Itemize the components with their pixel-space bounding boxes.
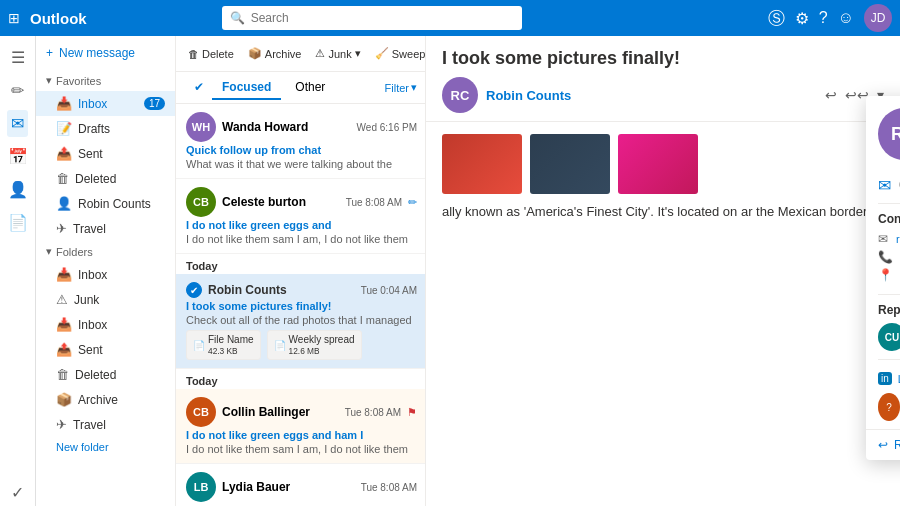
sidebar-item-inbox[interactable]: 📥 Inbox 17: [36, 91, 175, 116]
message-preview: I do not like them sam I am, I do not li…: [186, 443, 417, 455]
topbar-icons: Ⓢ ⚙ ? ☺ JD: [768, 4, 892, 32]
reports-section: Reports to › CU Callie Underwood Interna…: [866, 295, 900, 359]
sidebar-item-deleted[interactable]: 🗑 Deleted: [36, 166, 175, 191]
folders-header[interactable]: ▾ Folders: [36, 241, 175, 262]
tab-focused[interactable]: Focused: [212, 76, 281, 100]
person-icon: 👤: [56, 196, 72, 211]
message-toolbar: 🗑 Delete 📦 Archive ⚠ Junk ▾ 🧹 Sweep → Mo…: [176, 36, 425, 72]
main-content: ☰ ✏ ✉ 📅 👤 📄 ✓ + New message ▾ Favorites …: [0, 36, 900, 506]
reports-header[interactable]: Reports to ›: [878, 303, 900, 317]
message-subject: I do not like green eggs and: [186, 219, 417, 231]
attachment-item[interactable]: 📄 Weekly spread12.6 MB: [267, 330, 362, 360]
message-subject: Quick follow up from chat: [186, 144, 417, 156]
reports-to-row: CU Callie Underwood Internal Data Consul…: [878, 323, 900, 351]
message-item[interactable]: LB Lydia Bauer Tue 8:08 AM > I do not li…: [176, 464, 425, 506]
search-bar[interactable]: 🔍: [222, 6, 522, 30]
image-berries: [442, 134, 522, 194]
email-title: I took some pictures finally!: [442, 48, 884, 69]
sidebar-item-folders-junk[interactable]: ⚠ Junk: [36, 287, 175, 312]
sidebar-item-folders-archive[interactable]: 📦 Archive: [36, 387, 175, 412]
checkmark-icon[interactable]: ✓: [7, 479, 28, 506]
linkedin-icon: in: [878, 372, 892, 385]
sender-avatar-reading[interactable]: RC: [442, 77, 478, 113]
contact-email[interactable]: robincounts@contoso.com: [896, 233, 900, 245]
new-folder-link[interactable]: New folder: [36, 437, 175, 457]
reading-pane: I took some pictures finally! RC Robin C…: [426, 36, 900, 506]
delete-icon: 🗑: [188, 48, 199, 60]
reply-all-icon-card: ↩: [878, 438, 888, 452]
message-preview: What was it that we were talking about t…: [186, 158, 417, 170]
smiley-icon[interactable]: ☺: [838, 9, 854, 27]
junk-button[interactable]: ⚠ Junk ▾: [311, 45, 364, 62]
deleted-icon-2: 🗑: [56, 367, 69, 382]
compose-icon[interactable]: ✏: [7, 77, 28, 104]
message-item[interactable]: CB Collin Ballinger Tue 8:08 AM ⚑ I do n…: [176, 389, 425, 464]
contact-card-header: RC Robin Counts ★ Senior researcher Rese…: [866, 96, 900, 172]
sender-name-reading[interactable]: Robin Counts: [486, 88, 571, 103]
contact-header[interactable]: Contact ›: [878, 212, 900, 226]
sidebar: + New message ▾ Favorites 📥 Inbox 17 📝 D…: [36, 36, 176, 506]
message-time: Tue 0:04 AM: [361, 285, 417, 296]
phone-row: 📞 123-456-7890: [878, 250, 900, 264]
avatar[interactable]: JD: [864, 4, 892, 32]
sidebar-item-folders-sent[interactable]: 📤 Sent: [36, 337, 175, 362]
sender-avatar: LB: [186, 472, 216, 502]
sidebar-item-robin-counts[interactable]: 👤 Robin Counts: [36, 191, 175, 216]
message-item[interactable]: CB Celeste burton Tue 8:08 AM ✏ I do not…: [176, 179, 425, 254]
section-label-today-2: Today: [176, 369, 425, 389]
chevron-down-icon-2: ▾: [46, 245, 52, 258]
reply-all-button[interactable]: ↩ Reply all: [866, 429, 900, 460]
tab-other[interactable]: Other: [285, 76, 335, 100]
message-list: 🗑 Delete 📦 Archive ⚠ Junk ▾ 🧹 Sweep → Mo…: [176, 36, 426, 506]
sidebar-item-travel[interactable]: ✈ Travel: [36, 216, 175, 241]
inbox-icon-3: 📥: [56, 317, 72, 332]
message-time: Tue 8:08 AM: [346, 197, 402, 208]
archive-button[interactable]: 📦 Archive: [244, 45, 306, 62]
sender-name: Wanda Howard: [222, 120, 351, 134]
sweep-button[interactable]: 🧹 Sweep: [371, 45, 426, 62]
filter-button[interactable]: Filter ▾: [385, 81, 417, 94]
settings-icon[interactable]: ⚙: [795, 9, 809, 28]
reading-body: ally known as 'America's Finest City'. I…: [426, 122, 900, 506]
email-action-icon[interactable]: ✉: [878, 176, 891, 195]
sidebar-item-drafts[interactable]: 📝 Drafts: [36, 116, 175, 141]
search-input[interactable]: [251, 11, 514, 25]
attachment-item[interactable]: 📄 File Name42.3 KB: [186, 330, 261, 360]
people-icon[interactable]: 👤: [4, 176, 32, 203]
location-icon: 📍: [878, 268, 893, 282]
grid-icon[interactable]: ⊞: [8, 10, 20, 26]
new-message-button[interactable]: + New message: [36, 40, 175, 66]
inbox-icon: 📥: [56, 96, 72, 111]
sidebar-item-folders-inbox[interactable]: 📥 Inbox: [36, 262, 175, 287]
reading-header: I took some pictures finally! RC Robin C…: [426, 36, 900, 122]
reply-icon[interactable]: ↩: [825, 87, 837, 103]
sidebar-item-folders-deleted[interactable]: 🗑 Deleted: [36, 362, 175, 387]
favorites-header[interactable]: ▾ Favorites: [36, 70, 175, 91]
delete-button[interactable]: 🗑 Delete: [184, 46, 238, 62]
sidebar-item-folders-travel[interactable]: ✈ Travel: [36, 412, 175, 437]
hamburger-icon[interactable]: ☰: [7, 44, 29, 71]
file-icon-2: 📄: [274, 340, 286, 351]
email-row: ✉ robincounts@contoso.com: [878, 232, 900, 246]
left-rail: ☰ ✏ ✉ 📅 👤 📄 ✓: [0, 36, 36, 506]
help-icon[interactable]: ?: [819, 9, 828, 27]
focused-check: ✔: [184, 76, 208, 100]
edit-icon: ✏: [408, 196, 417, 209]
archive-icon-toolbar: 📦: [248, 47, 262, 60]
sender-name: Lydia Bauer: [222, 480, 355, 494]
search-icon: 🔍: [230, 11, 245, 25]
linkedin-row[interactable]: in LinkedIn profile ›: [878, 368, 900, 389]
sidebar-item-folders-inbox2[interactable]: 📥 Inbox: [36, 312, 175, 337]
message-item-selected[interactable]: ✔ Robin Counts Tue 0:04 AM I took some p…: [176, 274, 425, 369]
mail-icon[interactable]: ✉: [7, 110, 28, 137]
sidebar-item-sent[interactable]: 📤 Sent: [36, 141, 175, 166]
contact-avatar: RC: [878, 108, 900, 160]
message-time: Wed 6:16 PM: [357, 122, 417, 133]
files-icon[interactable]: 📄: [4, 209, 32, 236]
message-time: Tue 8:08 AM: [345, 407, 401, 418]
skype-icon[interactable]: Ⓢ: [768, 7, 785, 30]
message-item[interactable]: WH Wanda Howard Wed 6:16 PM Quick follow…: [176, 104, 425, 179]
section-label-today-1: Today: [176, 254, 425, 274]
plus-icon: +: [46, 46, 53, 60]
calendar-icon[interactable]: 📅: [4, 143, 32, 170]
